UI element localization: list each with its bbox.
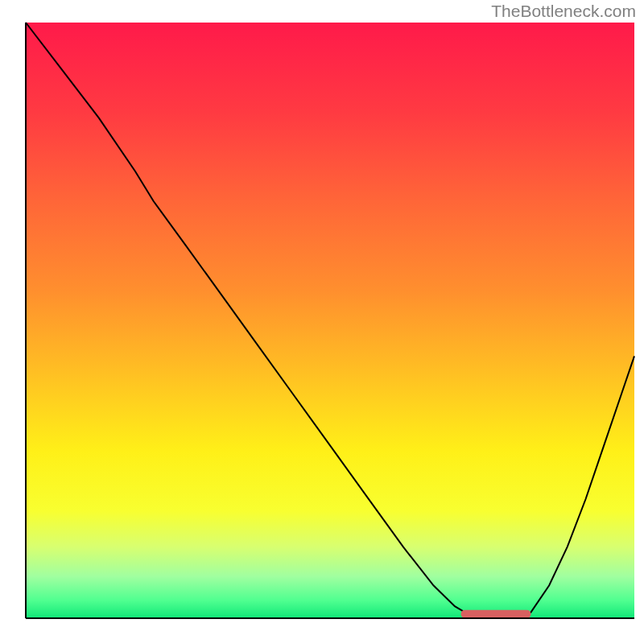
plot-area xyxy=(26,23,634,618)
chart-container: TheBottleneck.com xyxy=(0,0,644,644)
gradient-background xyxy=(26,23,634,618)
optimal-zone-marker xyxy=(461,610,531,618)
chart-svg xyxy=(0,0,644,644)
watermark-text: TheBottleneck.com xyxy=(491,2,636,21)
